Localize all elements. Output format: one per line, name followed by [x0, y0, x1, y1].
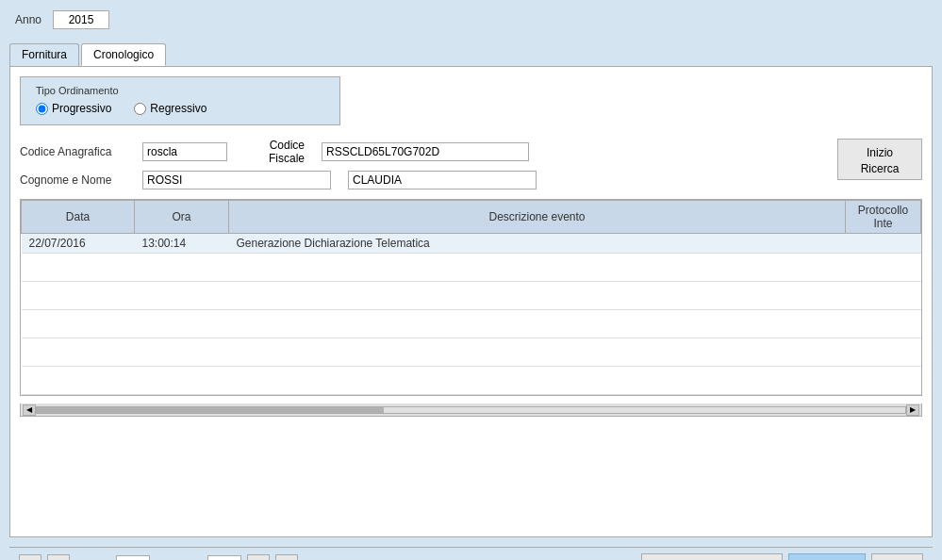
anno-label: Anno — [15, 13, 41, 26]
last-page-button[interactable]: ▶▶ — [275, 554, 298, 560]
th-data: Data — [22, 201, 135, 234]
radio-progressivo[interactable] — [36, 103, 48, 115]
scroll-left-arrow[interactable]: ◀ — [23, 404, 36, 416]
bottom-bar: ◀◀ ◀ Pagina di pagina ▶ ▶▶ Disabilita Dr… — [9, 547, 933, 560]
th-ora: Ora — [135, 201, 229, 234]
sort-progressivo[interactable]: Progressivo — [36, 102, 111, 115]
scroll-thumb[interactable] — [37, 407, 384, 413]
th-protocollo: Protocollo Inte — [846, 201, 921, 234]
table-row[interactable]: 22/07/2016 13:00:14 Generazione Dichiara… — [22, 234, 921, 254]
cognome-input[interactable] — [142, 171, 331, 189]
cell-descrizione: Generazione Dichiarazione Telematica — [229, 234, 846, 254]
prev-page-button[interactable]: ◀ — [47, 554, 70, 560]
current-page-input[interactable] — [116, 555, 150, 560]
scroll-right-arrow[interactable]: ▶ — [906, 404, 919, 416]
disabilita-button[interactable]: Disabilita Dr. Telematica — [641, 553, 783, 560]
cell-data: 22/07/2016 — [22, 234, 135, 254]
cell-protocollo — [846, 234, 921, 254]
horizontal-scrollbar[interactable]: ◀ ▶ — [20, 404, 922, 417]
inizio-ricerca-button[interactable]: InizioRicerca — [837, 139, 922, 180]
data-table: Data Ora Descrizione evento Protocollo I… — [21, 200, 921, 395]
data-table-container: Data Ora Descrizione evento Protocollo I… — [20, 199, 922, 396]
codice-row: Codice Anagrafica Codice Fiscale — [20, 139, 818, 165]
th-descrizione: Descrizione evento — [229, 201, 846, 234]
nome-input[interactable] — [348, 171, 537, 189]
total-pages-input[interactable] — [207, 555, 241, 560]
search-btn-wrapper: InizioRicerca — [837, 139, 922, 180]
scroll-track[interactable] — [36, 406, 906, 414]
next-page-button[interactable]: ▶ — [247, 554, 270, 560]
uscita-button[interactable]: Uscita — [871, 553, 923, 560]
sort-options: Progressivo Regressivo — [36, 102, 324, 115]
progressivo-label: Progressivo — [52, 102, 111, 115]
main-panel: Tipo Ordinamento Progressivo Regressivo … — [9, 66, 933, 537]
tab-fornitura[interactable]: Fornitura — [9, 43, 79, 66]
radio-regressivo[interactable] — [134, 103, 146, 115]
sort-group-title: Tipo Ordinamento — [36, 85, 324, 96]
fields-area: Codice Anagrafica Codice Fiscale Cognome… — [20, 139, 818, 199]
search-area: Codice Anagrafica Codice Fiscale Cognome… — [20, 139, 922, 199]
tabs-bar: Fornitura Cronologico — [0, 40, 942, 66]
cell-ora: 13:00:14 — [135, 234, 229, 254]
regressivo-label: Regressivo — [150, 102, 207, 115]
forza-invio-button[interactable]: Forza Invio — [788, 553, 865, 560]
codice-fiscale-label: Codice Fiscale — [237, 139, 312, 165]
cognome-nome-label: Cognome e Nome — [20, 173, 133, 187]
tab-cronologico[interactable]: Cronologico — [81, 43, 166, 66]
sort-regressivo[interactable]: Regressivo — [134, 102, 207, 115]
sort-group: Tipo Ordinamento Progressivo Regressivo — [20, 76, 340, 125]
codice-fiscale-input[interactable] — [322, 142, 529, 161]
first-page-button[interactable]: ◀◀ — [19, 554, 41, 560]
anno-input[interactable] — [53, 10, 109, 29]
cognome-row: Cognome e Nome — [20, 171, 818, 189]
codice-anagrafica-label: Codice Anagrafica — [20, 145, 133, 158]
codice-anagrafica-input[interactable] — [142, 142, 227, 161]
top-bar: Anno — [0, 0, 942, 40]
